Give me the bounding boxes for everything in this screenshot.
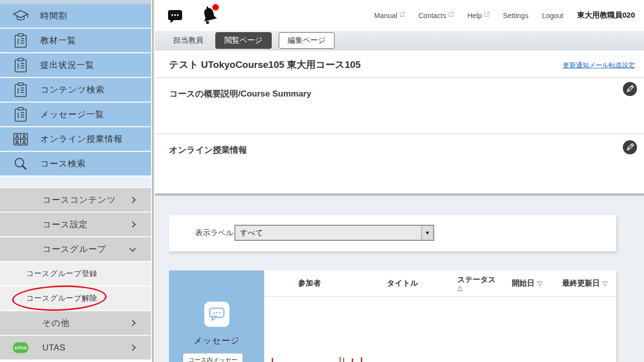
- sidebar-item-label: コース検索: [40, 158, 86, 169]
- content-bottom-shadow: [155, 194, 644, 197]
- update-mail-forward-settings-link[interactable]: 更新通知メール転送設定: [562, 61, 635, 70]
- sidebar-subitem-label: コースグループ解除: [26, 294, 97, 303]
- course-title-row: テスト UTokyoCourse105 東大用コース105 更新通知メール転送設…: [155, 50, 644, 78]
- sidebar-item-timetable[interactable]: 時間割: [0, 4, 151, 28]
- column-header-last-updated[interactable]: 最終更新日 ▽: [553, 270, 616, 296]
- logout-link[interactable]: Logout: [542, 12, 564, 20]
- graduation-cap-icon: [12, 10, 29, 23]
- clipped-red-text: [361, 357, 362, 362]
- link-label: Settings: [503, 12, 529, 20]
- clipped-red-text: [340, 357, 341, 362]
- dropdown-selected-value: すべて: [240, 228, 421, 238]
- message-table-panel: メッセージ コース内メッセー 参加者 タイトル ステータス △ 開始日 ▽ 最終…: [169, 270, 616, 362]
- edit-pencil-icon[interactable]: [623, 140, 637, 154]
- column-label: 最終更新日: [562, 279, 600, 288]
- sidebar-item-label: 提出状況一覧: [40, 59, 95, 71]
- clipped-red-text: [272, 358, 273, 362]
- sidebar-group-label: コース設定: [42, 219, 88, 230]
- dropdown-arrow-icon: ▼: [421, 226, 433, 240]
- column-header-start-date[interactable]: 開始日 ▽: [501, 270, 553, 296]
- sidebar-item-course-search[interactable]: コース検索: [0, 152, 151, 175]
- sidebar-group-course-group[interactable]: コースグループ: [0, 237, 151, 261]
- course-content-area: テスト UTokyoCourse105 東大用コース105 更新通知メール転送設…: [155, 50, 644, 194]
- page-title: テスト UTokyoCourse105 東大用コース105: [169, 58, 361, 71]
- sidebar-group-label: UTAS: [42, 343, 65, 353]
- sidebar-item-label: オンライン授業情報: [40, 133, 123, 145]
- sidebar-group-label: コースグループ: [42, 243, 107, 255]
- label-filter-dropdown[interactable]: すべて ▼: [234, 225, 434, 241]
- column-header-participants[interactable]: 参加者: [264, 270, 355, 296]
- sidebar-item-course-group-register[interactable]: コースグループ登録: [0, 262, 151, 286]
- sidebar-subitem-label: コースグループ登録: [26, 269, 97, 279]
- sidebar-group-others[interactable]: その他: [0, 311, 151, 335]
- section-title: コースの概要説明/Course Summary: [169, 88, 311, 100]
- sidebar-group-course-contents[interactable]: コースコンテンツ: [0, 188, 151, 212]
- section-title: オンライン授業情報: [169, 144, 247, 156]
- clipped-red-text: [352, 358, 353, 362]
- topbar: Manual Contacts Help Settings Logout 東大用…: [155, 0, 644, 31]
- sidebar-item-materials[interactable]: 教材一覧: [0, 29, 151, 52]
- link-label: Contacts: [419, 12, 446, 20]
- chevron-right-icon: [129, 221, 136, 228]
- sidebar-group-label: コースコンテンツ: [42, 194, 116, 206]
- chevron-right-icon: [129, 344, 136, 351]
- sidebar-group-label: その他: [42, 317, 70, 329]
- tabbar: 担当教員 閲覧ページ 編集ページ: [155, 31, 644, 50]
- clipboard-icon: [12, 33, 29, 48]
- message-bubble-icon: [204, 302, 229, 327]
- sidebar: 時間割 教材一覧 提出状況一覧 コンテンツ検索: [0, 0, 151, 362]
- utas-logo: UTAS: [13, 342, 28, 353]
- column-header-title[interactable]: タイトル: [355, 270, 450, 296]
- message-category-cell: メッセージ コース内メッセー: [169, 270, 264, 362]
- sort-desc-icon: ▽: [537, 280, 542, 287]
- edit-pencil-icon[interactable]: [623, 82, 637, 96]
- contacts-link[interactable]: Contacts: [419, 12, 454, 20]
- label-filter-panel: 表示ラベル すべて ▼: [169, 215, 616, 251]
- search-icon: [12, 157, 29, 171]
- sort-asc-icon: △: [457, 284, 462, 292]
- sidebar-item-submission-status[interactable]: 提出状況一覧: [0, 53, 151, 77]
- tab-view-page[interactable]: 閲覧ページ: [215, 32, 272, 49]
- column-label: タイトル: [387, 279, 418, 288]
- message-bubble-icon[interactable]: [168, 9, 184, 24]
- clipboard-icon: [12, 58, 29, 73]
- sidebar-item-label: メッセージ一覧: [40, 109, 105, 120]
- sidebar-item-online-class-info[interactable]: オンライン授業情報: [0, 127, 151, 151]
- column-label: 開始日: [512, 279, 535, 288]
- manual-link[interactable]: Manual: [374, 12, 405, 20]
- sidebar-item-label: 教材一覧: [40, 35, 76, 46]
- column-header-status[interactable]: ステータス △: [450, 270, 501, 296]
- clipboard-icon: [12, 82, 29, 98]
- topbar-links: Manual Contacts Help Settings Logout 東大用…: [374, 0, 635, 31]
- sidebar-group-course-settings[interactable]: コース設定: [0, 213, 151, 236]
- username: 東大用教職員020: [577, 11, 635, 20]
- online-class-info-section: オンライン授業情報: [155, 134, 644, 191]
- column-label: 参加者: [298, 279, 321, 288]
- sidebar-item-content-search[interactable]: コンテンツ検索: [0, 78, 151, 102]
- sidebar-separator-band: [0, 176, 151, 187]
- chevron-right-icon: [129, 320, 136, 326]
- role-label: 担当教員: [173, 36, 203, 45]
- people-grid-icon: [12, 133, 29, 146]
- message-tooltip: コース内メッセー: [183, 353, 243, 362]
- sidebar-border-line: [152, 0, 153, 362]
- tab-edit-page[interactable]: 編集ページ: [279, 32, 335, 49]
- help-link[interactable]: Help: [467, 12, 490, 20]
- sidebar-item-label: コンテンツ検索: [40, 84, 105, 96]
- settings-link[interactable]: Settings: [503, 12, 529, 20]
- clipboard-icon: [12, 107, 29, 122]
- external-link-icon: [484, 12, 490, 17]
- sidebar-item-label: 時間割: [40, 10, 67, 22]
- link-label: Logout: [542, 12, 564, 20]
- sidebar-item-message-list[interactable]: メッセージ一覧: [0, 103, 151, 126]
- sidebar-top-strip: [0, 0, 151, 4]
- sidebar-group-utas[interactable]: UTAS UTAS: [0, 336, 151, 359]
- link-label: Manual: [374, 12, 397, 20]
- notification-bell-icon[interactable]: [199, 4, 219, 26]
- external-link-icon: [399, 12, 405, 17]
- notification-dot: [212, 4, 219, 11]
- column-label: ステータス: [457, 275, 496, 284]
- sidebar-item-course-group-release[interactable]: コースグループ解除: [0, 287, 151, 310]
- course-summary-section: コースの概要説明/Course Summary: [155, 78, 644, 134]
- sort-desc-icon: ▽: [603, 280, 608, 287]
